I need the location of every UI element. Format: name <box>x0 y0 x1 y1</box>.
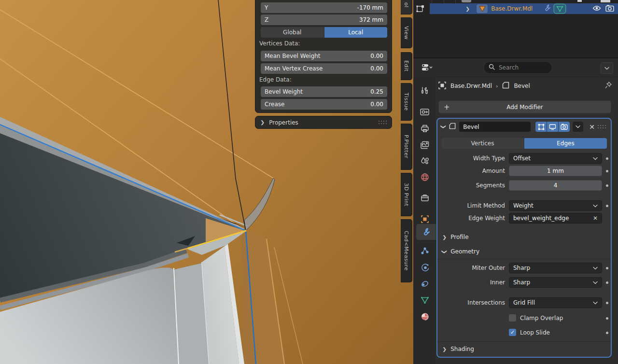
tab-data-icon[interactable] <box>413 293 436 308</box>
edge-weight-field[interactable]: bevel_weight_edge ✕ <box>509 213 602 224</box>
affect-toggle: Vertices Edges <box>441 138 607 149</box>
tab-collection-icon[interactable] <box>413 191 436 205</box>
segments-row: Segments 4 <box>441 180 607 191</box>
tab-modifiers-icon[interactable] <box>416 224 436 240</box>
expand-chevron-icon[interactable]: ❯ <box>440 125 447 129</box>
editor-type-button[interactable] <box>419 62 435 73</box>
tab-scene-icon[interactable] <box>413 154 436 168</box>
modifier-extras-dropdown[interactable] <box>573 122 583 132</box>
tab-view-layer-icon[interactable] <box>413 138 436 152</box>
properties-header <box>413 58 618 77</box>
limit-method-dropdown[interactable]: Weight <box>509 200 602 211</box>
tab-render-icon[interactable] <box>413 105 436 119</box>
mesh-data-icon[interactable] <box>554 4 565 13</box>
modifier-name-field[interactable]: Bevel <box>459 122 531 132</box>
render-display-toggle[interactable] <box>559 122 570 132</box>
modifier-grip-icon[interactable] <box>598 125 606 128</box>
clear-icon[interactable]: ✕ <box>593 215 598 222</box>
tab-tool-icon[interactable] <box>413 84 436 98</box>
local-button[interactable]: Local <box>324 27 388 38</box>
tab-output-icon[interactable] <box>413 121 436 136</box>
partial-row-icon <box>577 0 582 2</box>
z-label: Z <box>265 16 359 23</box>
tab-tool[interactable]: ol <box>401 0 412 14</box>
profile-section-header[interactable]: ❯ Profile <box>442 234 469 240</box>
pin-icon[interactable] <box>604 81 612 91</box>
realtime-display-toggle[interactable] <box>547 122 558 132</box>
search-icon <box>489 64 495 71</box>
orientation-toggle: Global Local <box>261 27 387 38</box>
tab-cad-measure[interactable]: Cad<Measure <box>401 219 412 282</box>
shading-section-header[interactable]: ❯ Shading <box>442 346 474 352</box>
bevel-modifier-icon <box>449 122 456 131</box>
decorator-dot[interactable] <box>606 205 608 207</box>
edge-weight-row: Edge Weight bevel_weight_edge ✕ <box>441 213 607 224</box>
add-modifier-button[interactable]: + Add Modifier <box>438 100 611 113</box>
properties-panel-label: Properties <box>269 119 298 126</box>
breadcrumb-modifier[interactable]: Bevel <box>514 83 530 89</box>
disable-render-camera-icon[interactable] <box>605 5 614 13</box>
edit-mode-display-toggle[interactable] <box>535 122 547 132</box>
search-box[interactable] <box>484 62 551 73</box>
amount-slider[interactable]: 1 mm <box>509 166 602 176</box>
geometry-section-header[interactable]: ❯ Geometry <box>442 248 479 255</box>
decorator-dot[interactable] <box>606 267 608 269</box>
bevel-modifier-panel: ❯ Bevel <box>436 118 612 358</box>
tab-3d-print[interactable]: 3D Print <box>401 173 412 216</box>
tab-physics-icon[interactable] <box>413 260 436 275</box>
mean-bevel-weight-field[interactable]: Mean Bevel Weight 0.00 <box>261 51 387 61</box>
search-input[interactable] <box>498 64 543 71</box>
mean-vertex-crease-field[interactable]: Mean Vertex Crease 0.00 <box>261 63 387 74</box>
outliner-active-row[interactable]: ❯ Base.Drwr.Mdl <box>430 3 618 14</box>
affect-vertices-button[interactable]: Vertices <box>441 138 524 149</box>
tab-view[interactable]: View <box>401 17 412 48</box>
global-button[interactable]: Global <box>261 27 324 38</box>
affect-edges-button[interactable]: Edges <box>524 138 607 149</box>
chevron-down-icon: ❯ <box>441 249 448 253</box>
loop-slide-checkbox[interactable]: ✓ <box>509 329 516 336</box>
tab-material-icon[interactable] <box>413 309 436 324</box>
hide-eye-icon[interactable] <box>592 5 601 13</box>
decorator-dot[interactable] <box>606 157 608 160</box>
clamp-overlap-checkbox[interactable] <box>509 314 516 322</box>
chevron-down-icon <box>593 281 598 284</box>
delete-modifier-icon[interactable]: ✕ <box>589 123 595 131</box>
miter-inner-dropdown[interactable]: Sharp <box>509 277 602 288</box>
z-field[interactable]: Z 372 mm <box>261 14 387 25</box>
breadcrumb-object[interactable]: Base.Drwr.Mdl <box>450 83 492 89</box>
limit-method-row: Limit Method Weight <box>441 200 607 211</box>
decorator-dot[interactable] <box>606 184 608 187</box>
mesh-object-icon[interactable] <box>477 4 488 13</box>
n-panel-tabs: ol View Edit Tissue P.Plotter 3D Print C… <box>400 0 413 364</box>
blender-window: Y -170 mm Z 372 mm Global Local Vertices… <box>0 0 618 364</box>
loop-slide-row: ✓ Loop Slide <box>441 327 607 338</box>
grip-icon[interactable] <box>379 121 387 124</box>
mesh-datablock-icon[interactable] <box>416 4 425 15</box>
segments-slider[interactable]: 4 <box>509 180 602 191</box>
vertices-data-label: Vertices Data: <box>259 40 300 47</box>
bevel-modifier-icon <box>502 81 510 91</box>
width-type-dropdown[interactable]: Offset <box>509 153 602 164</box>
tab-constraints-icon[interactable] <box>413 277 436 291</box>
miter-outer-dropdown[interactable]: Sharp <box>509 263 602 273</box>
y-field[interactable]: Y -170 mm <box>261 2 387 13</box>
expand-chevron-icon[interactable]: ❯ <box>465 6 470 12</box>
crease-field[interactable]: Crease 0.00 <box>261 99 387 110</box>
tab-p-plotter[interactable]: P.Plotter <box>401 124 412 170</box>
transform-panel: Y -170 mm Z 372 mm Global Local Vertices… <box>255 0 392 113</box>
options-chevron-button[interactable] <box>601 62 613 74</box>
decorator-dot[interactable] <box>606 170 608 172</box>
decorator-dot[interactable] <box>606 281 608 284</box>
decorator-dot[interactable] <box>606 332 608 334</box>
tab-world-icon[interactable] <box>413 170 436 184</box>
decorator-dot[interactable] <box>606 317 608 320</box>
intersections-dropdown[interactable]: Grid Fill <box>509 297 602 308</box>
outliner-object-name[interactable]: Base.Drwr.Mdl <box>491 5 533 12</box>
decorator-dot[interactable] <box>606 302 608 304</box>
modifier-wrench-icon[interactable] <box>543 4 551 14</box>
properties-subpanel-header[interactable]: ❯ Properties <box>255 116 392 129</box>
tab-tissue[interactable]: Tissue <box>401 83 412 121</box>
bevel-weight-field[interactable]: Bevel Weight 0.25 <box>261 86 387 97</box>
tab-particles-icon[interactable] <box>413 244 436 258</box>
tab-edit[interactable]: Edit <box>401 52 412 80</box>
